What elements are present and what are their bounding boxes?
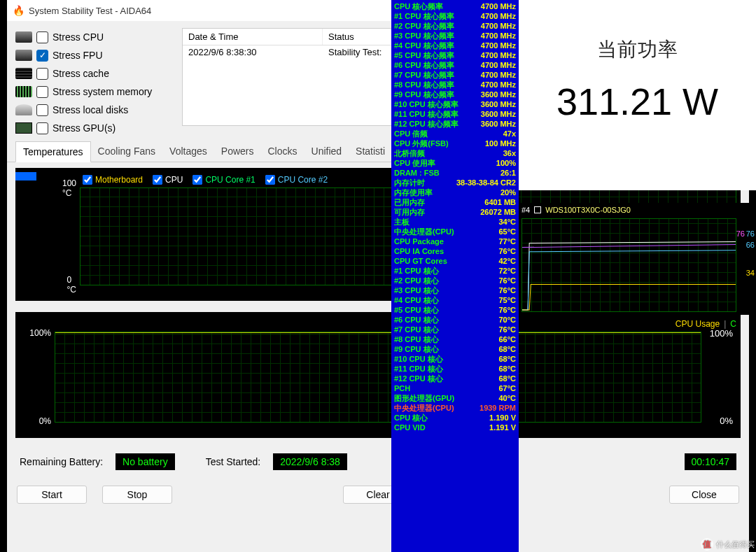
sensor-name: #9 CPU 核心 xyxy=(394,344,439,354)
sensor-name: #7 CPU 核心频率 xyxy=(394,70,454,80)
tab-statisti[interactable]: Statisti xyxy=(349,141,392,162)
tab-powers[interactable]: Powers xyxy=(214,141,261,162)
peek-legend-swatch[interactable] xyxy=(534,206,541,213)
stress-checkbox[interactable] xyxy=(36,104,48,116)
power-value: 311.21 W xyxy=(519,80,756,123)
stress-row-0: Stress CPU xyxy=(15,28,176,46)
sensor-row: 中央处理器(CPU)1939 RPM xyxy=(391,403,519,413)
sensor-name: 中央处理器(CPU) xyxy=(394,403,454,413)
sensor-value: 68°C xyxy=(498,364,516,374)
sensor-name: #3 CPU 核心频率 xyxy=(394,31,454,41)
sensor-row: #2 CPU 核心频率4700 MHz xyxy=(391,21,519,31)
sensor-name: CPU 核心频率 xyxy=(394,1,443,11)
sensor-value: 47x xyxy=(503,129,516,139)
sensor-row: 已用内存6401 MB xyxy=(391,197,519,207)
sensor-name: 内存使用率 xyxy=(394,187,433,197)
start-button[interactable]: Start xyxy=(17,486,87,504)
legend-checkbox[interactable] xyxy=(153,175,162,185)
tab-unified[interactable]: Unified xyxy=(304,141,349,162)
sensor-row: #11 CPU 核心68°C xyxy=(391,364,519,374)
stop-button[interactable]: Stop xyxy=(102,486,172,504)
stress-checkbox[interactable] xyxy=(36,31,48,43)
selected-sensor-swatch[interactable] xyxy=(15,172,36,181)
tab-temperatures[interactable]: Temperatures xyxy=(15,141,91,162)
sensor-name: #1 CPU 核心 xyxy=(394,266,439,276)
stress-checkbox[interactable] xyxy=(36,86,48,98)
sensor-row: #8 CPU 核心频率4700 MHz xyxy=(391,80,519,90)
sensor-name: #2 CPU 核心频率 xyxy=(394,21,454,31)
sensor-row: #5 CPU 核心76°C xyxy=(391,305,519,315)
sensor-row: #9 CPU 核心频率3600 MHz xyxy=(391,90,519,99)
sensor-row: 图形处理器(GPU)40°C xyxy=(391,393,519,403)
peek-legend-label: WDS100T3X0C-00SJG0 xyxy=(545,206,631,214)
legend-checkbox[interactable] xyxy=(265,175,275,185)
cpu-chip-icon xyxy=(15,50,32,61)
disk-icon xyxy=(15,104,32,115)
sensor-value: 3600 MHz xyxy=(481,90,516,99)
sensor-value: 1.191 V xyxy=(489,423,516,432)
legend-checkbox[interactable] xyxy=(192,175,202,185)
sensor-row: CPU 倍频47x xyxy=(391,129,519,139)
sensor-value: 4700 MHz xyxy=(481,31,516,41)
y-axis-bottom: 0 °C xyxy=(67,275,80,295)
sensor-value: 100 MHz xyxy=(485,139,516,148)
sensor-name: #11 CPU 核心 xyxy=(394,364,443,374)
sensor-name: #4 CPU 核心频率 xyxy=(394,41,454,50)
stress-checkbox[interactable] xyxy=(36,50,48,62)
sensor-row: #4 CPU 核心频率4700 MHz xyxy=(391,41,519,50)
aida64-flame-icon: 🔥 xyxy=(13,5,24,16)
usage-legend-item: C xyxy=(730,319,736,329)
sensor-name: 内存计时 xyxy=(394,178,425,187)
stress-row-3: Stress system memory xyxy=(15,83,176,101)
sensor-name: #12 CPU 核心频率 xyxy=(394,119,458,129)
stress-checkbox[interactable] xyxy=(36,68,48,80)
sensor-name: #2 CPU 核心 xyxy=(394,276,439,285)
sensor-overlay: CPU 核心频率4700 MHz#1 CPU 核心频率4700 MHz#2 CP… xyxy=(391,0,519,552)
sensor-value: 4700 MHz xyxy=(481,50,516,60)
stress-label: Stress FPU xyxy=(52,50,103,61)
sensor-value: 72°C xyxy=(498,266,516,276)
sensor-row: CPU 核心频率4700 MHz xyxy=(391,1,519,11)
peek-val-3: 34 xyxy=(746,269,755,277)
tab-voltages[interactable]: Voltages xyxy=(162,141,214,162)
sensor-row: #7 CPU 核心频率4700 MHz xyxy=(391,70,519,80)
col-datetime[interactable]: Date & Time xyxy=(183,29,323,45)
separator: | xyxy=(724,319,726,329)
sensor-value: 67°C xyxy=(498,383,516,393)
sensor-row: #6 CPU 核心70°C xyxy=(391,315,519,325)
sensor-value: 1939 RPM xyxy=(479,403,516,413)
tab-cooling-fans[interactable]: Cooling Fans xyxy=(91,141,163,162)
usage-legend: CPU Usage | C xyxy=(20,316,736,332)
sensor-name: 可用内存 xyxy=(394,207,425,217)
stress-row-1: Stress FPU xyxy=(15,46,176,64)
started-value: 2022/9/6 8:38 xyxy=(273,453,347,470)
sensor-name: #5 CPU 核心 xyxy=(394,305,439,315)
usage-right-bottom: 0% xyxy=(720,416,733,426)
peek-legend-id: #4 xyxy=(522,206,530,214)
watermark: 值 什么值得买 xyxy=(701,538,755,551)
sensor-name: 已用内存 xyxy=(394,197,425,207)
stress-checkbox[interactable] xyxy=(36,122,48,134)
watermark-text: 什么值得买 xyxy=(716,539,755,550)
legend-label: CPU xyxy=(165,175,183,185)
legend-checkbox[interactable] xyxy=(83,175,92,185)
sensor-row: 主板34°C xyxy=(391,217,519,227)
tab-clocks[interactable]: Clocks xyxy=(261,141,304,162)
sensor-name: CPU Package xyxy=(394,236,444,246)
sensor-name: #6 CPU 核心频率 xyxy=(394,60,454,70)
legend-label: CPU Core #2 xyxy=(278,175,328,185)
stress-label: Stress system memory xyxy=(52,86,152,97)
sensor-name: CPU 倍频 xyxy=(394,129,428,139)
close-button[interactable]: Close xyxy=(669,486,739,504)
sensor-value: 3600 MHz xyxy=(481,109,516,119)
sensor-row: #11 CPU 核心频率3600 MHz xyxy=(391,109,519,119)
gpu-icon xyxy=(15,122,32,134)
battery-value: No battery xyxy=(115,453,175,470)
sensor-row: #3 CPU 核心76°C xyxy=(391,285,519,295)
peek-graph-grid xyxy=(522,218,736,312)
peek-val-1b: 76 xyxy=(736,229,745,238)
sensor-value: 1.190 V xyxy=(489,413,516,423)
stress-row-2: Stress cache xyxy=(15,64,176,83)
sensor-name: #11 CPU 核心频率 xyxy=(394,109,458,119)
sensor-name: #10 CPU 核心频率 xyxy=(394,99,458,109)
